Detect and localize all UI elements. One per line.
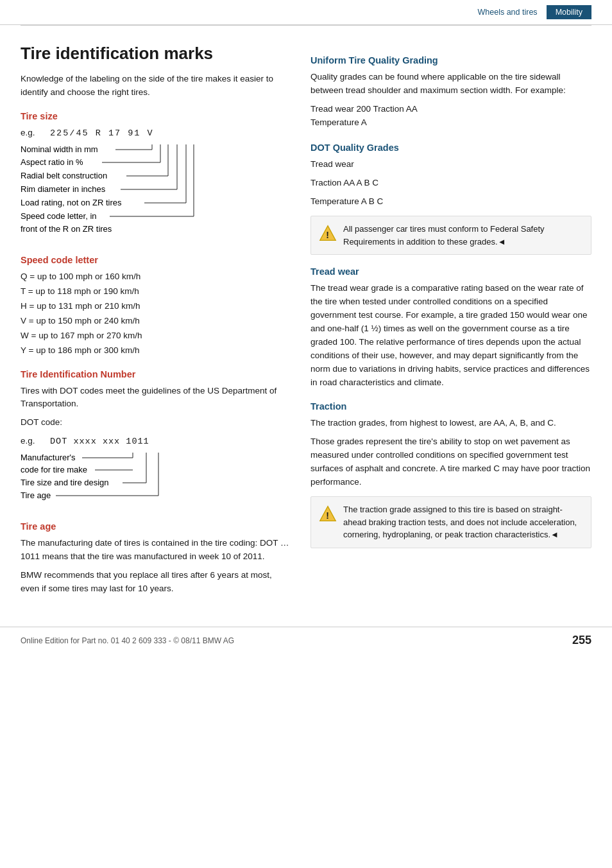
dot-block: e.g. DOT xxxx xxx 1011 Manufacturer's co… bbox=[21, 436, 290, 510]
traction-warning-text: The traction grade assigned to this tire… bbox=[343, 503, 583, 541]
svg-text:Speed code letter, in: Speed code letter, in bbox=[21, 211, 97, 221]
svg-text:Tire size and tire design: Tire size and tire design bbox=[21, 478, 109, 487]
eg-label-dot: e.g. bbox=[21, 436, 45, 446]
header-nav: Wheels and tires Mobility bbox=[469, 5, 591, 19]
traction-warning-box: ! The traction grade assigned to this ti… bbox=[310, 496, 591, 548]
warning-icon: ! bbox=[319, 224, 337, 242]
footer-page-number: 255 bbox=[572, 634, 591, 647]
svg-text:Manufacturer's: Manufacturer's bbox=[21, 453, 76, 462]
speed-list: Q = up to 100 mph or 160 km/h T = up to … bbox=[21, 270, 290, 358]
footer-text: Online Edition for Part no. 01 40 2 609 … bbox=[21, 636, 234, 645]
speed-item-y: Y = up to 186 mph or 300 km/h bbox=[21, 344, 290, 358]
header-bar: Wheels and tires Mobility bbox=[0, 0, 612, 25]
dot-diagram-svg: Manufacturer's code for tire make Tire s… bbox=[21, 450, 264, 508]
nav-mobility[interactable]: Mobility bbox=[547, 5, 591, 19]
dot-quality-warning-box: ! All passenger car tires must conform t… bbox=[310, 216, 591, 255]
dot-quality-item-1: Traction AA A B C bbox=[310, 177, 591, 190]
svg-text:Nominal width in mm: Nominal width in mm bbox=[21, 144, 98, 154]
page-title: Tire identification marks bbox=[21, 44, 290, 64]
dot-quality-item-0: Tread wear bbox=[310, 158, 591, 171]
svg-text:Radial belt construction: Radial belt construction bbox=[21, 171, 107, 180]
nav-wheels-tires[interactable]: Wheels and tires bbox=[469, 5, 547, 19]
uniform-section-title: Uniform Tire Quality Grading bbox=[310, 55, 591, 65]
tin-text1: Tires with DOT codes meet the guidelines… bbox=[21, 385, 290, 412]
tire-size-section-title: Tire size bbox=[21, 111, 290, 121]
main-content: Tire identification marks Knowledge of t… bbox=[0, 26, 612, 614]
tread-wear-text: The tread wear grade is a comparative ra… bbox=[310, 282, 591, 389]
speed-item-v: V = up to 150 mph or 240 km/h bbox=[21, 315, 290, 328]
svg-text:!: ! bbox=[326, 510, 329, 521]
svg-text:code for tire make: code for tire make bbox=[21, 465, 87, 474]
speed-item-h: H = up to 131 mph or 210 km/h bbox=[21, 300, 290, 313]
tire-age-text2: BMW recommends that you replace all tire… bbox=[21, 569, 290, 596]
right-column: Uniform Tire Quality Grading Quality gra… bbox=[310, 44, 591, 601]
traction-section-title: Traction bbox=[310, 401, 591, 412]
page-wrapper: Wheels and tires Mobility Tire identific… bbox=[0, 0, 612, 868]
tire-size-block: e.g. 225/45 R 17 91 V Nominal width in m… bbox=[21, 128, 290, 243]
dot-quality-warning-text: All passenger car tires must conform to … bbox=[343, 223, 583, 248]
tire-age-text1: The manufacturing date of tires is conta… bbox=[21, 537, 290, 564]
svg-text:Load rating, not on ZR tires: Load rating, not on ZR tires bbox=[21, 198, 122, 207]
tire-age-section-title: Tire age bbox=[21, 521, 290, 532]
speed-item-q: Q = up to 100 mph or 160 km/h bbox=[21, 270, 290, 284]
tin-section-title: Tire Identification Number bbox=[21, 369, 290, 379]
svg-text:!: ! bbox=[326, 230, 329, 240]
traction-text2: Those grades represent the tire's abilit… bbox=[310, 435, 591, 489]
svg-text:Tire age: Tire age bbox=[21, 490, 51, 500]
dot-code: DOT xxxx xxx 1011 bbox=[50, 437, 149, 446]
traction-text1: The traction grades, from highest to low… bbox=[310, 417, 591, 430]
svg-text:Aspect ratio in %: Aspect ratio in % bbox=[21, 157, 83, 167]
svg-text:Rim diameter in inches: Rim diameter in inches bbox=[21, 184, 106, 194]
tin-text2: DOT code: bbox=[21, 416, 290, 430]
speed-item-w: W = up to 167 mph or 270 km/h bbox=[21, 329, 290, 343]
svg-text:front of the R on ZR tires: front of the R on ZR tires bbox=[21, 224, 112, 234]
tire-size-diagram-svg: Nominal width in mm Aspect ratio in % Ra… bbox=[21, 142, 277, 241]
speed-code-section-title: Speed code letter bbox=[21, 255, 290, 265]
tire-size-code: 225/45 R 17 91 V bbox=[50, 128, 154, 138]
intro-text: Knowledge of the labeling on the side of… bbox=[21, 73, 290, 100]
eg-label-size: e.g. bbox=[21, 128, 45, 137]
traction-warning-icon: ! bbox=[319, 505, 337, 523]
footer: Online Edition for Part no. 01 40 2 609 … bbox=[0, 627, 612, 654]
dot-quality-section-title: DOT Quality Grades bbox=[310, 143, 591, 153]
dot-quality-item-2: Temperature A B C bbox=[310, 195, 591, 209]
speed-item-t: T = up to 118 mph or 190 km/h bbox=[21, 285, 290, 299]
uniform-example: Tread wear 200 Traction AA Temperature A bbox=[310, 103, 591, 130]
left-column: Tire identification marks Knowledge of t… bbox=[21, 44, 290, 601]
tread-wear-section-title: Tread wear bbox=[310, 266, 591, 277]
uniform-text1: Quality grades can be found where applic… bbox=[310, 71, 591, 98]
